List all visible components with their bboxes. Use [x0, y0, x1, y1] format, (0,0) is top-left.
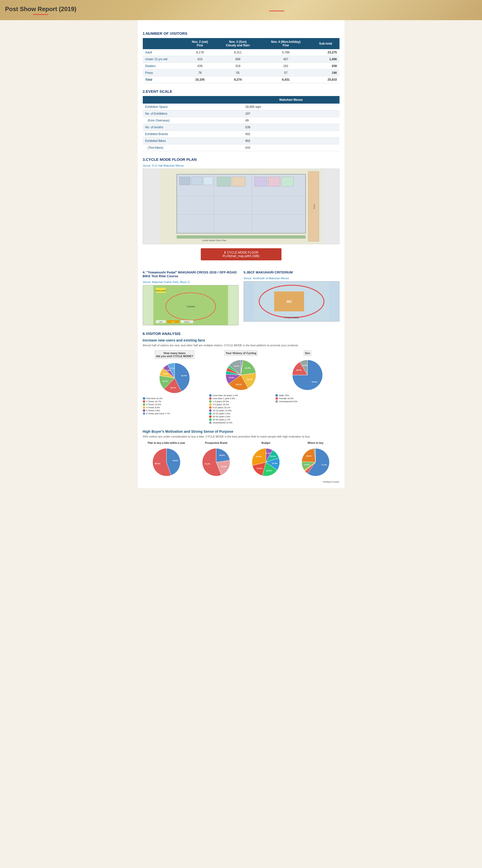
- scale-value: 410: [243, 145, 339, 151]
- svg-rect-6: [179, 177, 190, 185]
- legend-label: more than 40 years 1.4%: [212, 394, 238, 397]
- svg-text:JBC: JBC: [286, 300, 292, 304]
- scale-value: 902: [243, 137, 339, 145]
- legend-item: Unanswered 8.5%: [276, 400, 339, 403]
- pie-label: 24.0%: [256, 456, 262, 458]
- legend-item: 6 Times and more 7.7%: [143, 412, 206, 415]
- table-row: Adult 9,178 8,311 5,786 23,275: [143, 49, 340, 56]
- legend-color: [209, 400, 211, 403]
- table-row: (from Overseas) 49: [143, 117, 340, 124]
- legend-color: [209, 406, 211, 409]
- svg-rect-10: [231, 177, 245, 186]
- pie-label: 14.3%: [234, 365, 239, 367]
- col-header-nov2: Nov. 2 (sat)Fine: [184, 38, 216, 49]
- pie-label: 20.5%: [245, 367, 251, 369]
- buyer-chart-2: 28.9%26.9%71.2%: [200, 446, 232, 478]
- legend-color: [276, 400, 278, 403]
- legend-label: 15-20 years 3.6%: [212, 412, 230, 415]
- legend-label: 1-3 years 20.5%: [212, 400, 229, 403]
- chart-cycling-label: Your History of Cycling: [225, 350, 257, 356]
- legend-label: 3-5 years 19.2%: [212, 403, 229, 406]
- legend-color: [209, 409, 211, 412]
- subtotal-value: 23,275: [312, 49, 339, 56]
- chart-sex-container: Sex 75.0%16.5%8.5% Male 75% Female 16.5%…: [276, 350, 339, 403]
- section4-image: MAKUHARI Course UCI JCX AJOCC: [143, 285, 238, 326]
- chart-cycling-legend: more than 40 years 1.4% Less than 1 year…: [209, 394, 273, 424]
- legend-item: Female 16.5%: [276, 397, 339, 400]
- table-row: Exhibition Space 18,000 sqm: [143, 103, 340, 111]
- nov4-value: 6,431: [260, 76, 312, 83]
- legend-color: [209, 412, 211, 415]
- buyer-chart-4: 77.4%13.5%29.0%: [299, 446, 332, 478]
- svg-text:AJOCC: AJOCC: [184, 321, 190, 323]
- legend-item: 1-3 years 20.5%: [209, 400, 273, 403]
- col-header-nov3: Nov. 3 (Sun)Cloudy and Rain: [216, 38, 260, 49]
- svg-text:CYCLE MODE: CYCLE MODE: [284, 316, 299, 319]
- chart-sex-legend: Male 75% Female 16.5% Unanswered 8.5%: [276, 394, 339, 403]
- chart-times-svg: 42.4%19.7%15.5%8.8%5.9%7.7%: [157, 361, 192, 396]
- legend-label: Unanswered 8.5%: [279, 400, 297, 403]
- legend-color: [143, 412, 145, 415]
- sections-4-5-container: 4. "Yowamushi Pedal" MAKUHARI CROSS 2019…: [143, 265, 340, 326]
- section6-description: Almost half of visitors are new, and oth…: [143, 344, 340, 347]
- legend-color: [276, 394, 278, 397]
- legend-label: 2 Times 19.7%: [146, 400, 162, 403]
- nov2-value: 410: [184, 56, 216, 63]
- pie-label: 6.7%: [266, 452, 271, 455]
- legend-label: Unanswered 14.3%: [212, 422, 232, 424]
- nov2-value: 78: [184, 69, 216, 76]
- table-row: (Test-bikes) 410: [143, 145, 340, 151]
- legend-item: 3-5 years 19.2%: [209, 403, 273, 406]
- buyer-col-where: Where to buy 77.4%13.5%29.0%: [292, 441, 340, 478]
- section5-container: 5.JBCF MAKUHARI CRITERIUM Venue: Northsi…: [244, 265, 340, 326]
- col-header-subtotal: Sub-total: [312, 38, 339, 49]
- scale-label: Exhibited Brands: [143, 131, 243, 137]
- svg-rect-7: [192, 177, 202, 185]
- pie-label: 42.4%: [181, 374, 187, 377]
- svg-text:Cycle Mode Floor Plan: Cycle Mode Floor Plan: [202, 239, 227, 242]
- pie-label: 75.0%: [312, 381, 317, 383]
- legend-label: 4 Times 8.8%: [146, 406, 160, 409]
- buyer-col-plan: Plan to buy a bike within a year 44.8%55…: [143, 441, 191, 478]
- legend-color: [209, 422, 211, 424]
- section6-subtitle: Increase new users and existing fans: [143, 338, 340, 342]
- legend-item: 4 Times 8.8%: [143, 406, 206, 409]
- svg-rect-13: [281, 177, 293, 186]
- col-header-empty: [143, 38, 184, 49]
- scale-value: 18,000 sqm: [243, 103, 339, 111]
- pie-label: 19.7%: [170, 386, 176, 389]
- pie-label: 71.2%: [204, 463, 210, 465]
- section3-venue: Venue: 9-11 hall Makuhari Messe: [143, 164, 340, 167]
- nov3-value: 589: [216, 56, 260, 63]
- subtotal-value: 1,406: [312, 56, 339, 63]
- legend-color: [209, 394, 211, 397]
- svg-text:UCI: UCI: [159, 321, 162, 323]
- row-label: Total: [143, 76, 184, 83]
- pie-label: 28.9%: [219, 454, 225, 457]
- scale-label: Exhibition Space: [143, 103, 243, 111]
- pie-label: 8.5%: [303, 364, 307, 367]
- section4-venue: Venue: Makuhari Kaihin Park, Block G: [143, 280, 238, 283]
- scale-value: 197: [243, 111, 339, 117]
- section5-map-svg: JBC CYCLE MODE: [244, 281, 339, 321]
- buyer-label-where: Where to buy: [292, 441, 340, 444]
- legend-label: Female 16.5%: [279, 397, 293, 400]
- row-label: Dealers: [143, 63, 184, 69]
- chart-times-container: How many timesdid you visit CYCLE MODE? …: [143, 350, 206, 415]
- section3-title: 3.CYCLE MODE FLOOR PLAN: [143, 157, 340, 161]
- scale-label: (from Overseas): [143, 117, 243, 124]
- nov4-value: 181: [260, 63, 312, 69]
- chart-sex-label: Sex: [304, 350, 311, 356]
- nov2-value: 10,105: [184, 76, 216, 83]
- multipl-answer-note: *Multipul Answer: [143, 480, 340, 483]
- svg-rect-12: [268, 177, 280, 186]
- section4-map-svg: MAKUHARI Course UCI JCX AJOCC: [143, 285, 238, 325]
- table-row: No. of Exhibitors 197: [143, 111, 340, 117]
- download-floor-plan-button[interactable]: ⬇ CYCLE MODE FLOOR PLAN(hall_map.pdf/4.1…: [201, 248, 282, 260]
- legend-item: 10-15 years 10.8%: [209, 409, 273, 412]
- legend-item: 5 Times 5.9%: [143, 409, 206, 412]
- chart-times-legend: First time 42.4% 2 Times 19.7% 3 Times 1…: [143, 397, 206, 415]
- section1-title: 1.NUMBER OF VISITORS: [143, 31, 340, 35]
- legend-item: Unanswered 14.3%: [209, 422, 273, 424]
- legend-label: 5 Times 5.9%: [146, 409, 160, 412]
